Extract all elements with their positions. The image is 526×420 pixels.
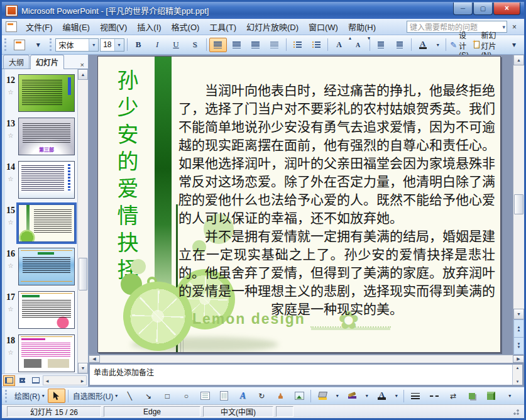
design-button[interactable]: ✎ 设计(S) — [448, 38, 470, 52]
slide-thumbnail-12[interactable]: 12☆ — [3, 74, 75, 112]
align-left-button[interactable] — [209, 38, 227, 52]
scroll-left-icon[interactable]: ◀ — [89, 355, 100, 363]
insert-picture-button[interactable] — [290, 389, 308, 403]
scroll-down-icon[interactable]: ▼ — [78, 363, 88, 373]
thumbnail-preview[interactable]: 第三部 — [18, 118, 75, 155]
animation-star-icon[interactable]: ☆ — [8, 89, 14, 96]
shadow-style-button[interactable] — [463, 389, 481, 403]
new-file-button[interactable] — [11, 38, 28, 52]
language-indicator[interactable]: 中文(中国) — [203, 406, 273, 417]
font-color-button-2[interactable]: A — [373, 389, 390, 403]
menu-tools[interactable]: 工具(T) — [204, 19, 241, 35]
animation-star-icon[interactable]: ☆ — [8, 349, 14, 356]
arrow-style-button[interactable]: ⇄ — [444, 389, 462, 403]
fill-color-button[interactable] — [314, 389, 331, 403]
menubar-close-icon[interactable]: × — [507, 21, 522, 33]
tab-outline[interactable]: 大纲 — [3, 55, 30, 69]
notes-pane[interactable]: 单击此处添加备注 ▲ ▼ — [89, 364, 523, 385]
decrease-indent-button[interactable] — [372, 38, 390, 52]
toolbar-grip[interactable] — [4, 38, 8, 51]
select-objects-button[interactable] — [48, 389, 65, 403]
clipart-button[interactable] — [271, 389, 289, 403]
slide-thumbnail-17[interactable]: 17☆ — [3, 291, 75, 329]
slideshow-view-button[interactable] — [30, 375, 41, 386]
decrease-font-button[interactable]: A▾ — [349, 38, 367, 52]
thumbnail-preview[interactable] — [18, 334, 75, 372]
scroll-right-icon[interactable]: ▶ — [79, 379, 86, 383]
textbox-tool-button[interactable] — [196, 389, 214, 403]
toolbar-options-button[interactable]: ▾ — [501, 389, 518, 403]
font-size-select[interactable]: 18 ▾ — [100, 38, 124, 52]
menu-edit[interactable]: 编辑(E) — [58, 19, 95, 35]
sidebar-close-icon[interactable]: × — [78, 61, 87, 69]
scroll-up-icon[interactable]: ▲ — [78, 69, 88, 80]
3d-style-button[interactable] — [482, 389, 500, 403]
align-center-button[interactable] — [228, 38, 246, 52]
menu-slideshow[interactable]: 幻灯片放映(D) — [241, 19, 304, 35]
slide-thumbnail-18[interactable]: 18☆ — [3, 334, 75, 372]
sidebar-hscrollbar[interactable]: ◀ ▶ — [43, 375, 87, 385]
animation-star-icon[interactable]: ☆ — [8, 132, 14, 139]
font-color-button[interactable]: A — [414, 38, 432, 52]
line-color-button[interactable] — [343, 389, 361, 403]
toolbar-grip[interactable] — [50, 38, 53, 51]
minimize-button[interactable]: ─ — [453, 3, 473, 15]
text-shadow-button[interactable]: S — [186, 38, 204, 52]
thumbnail-preview[interactable] — [18, 74, 75, 112]
font-color-dropdown-2[interactable]: ▾ — [392, 389, 401, 403]
line-style-button[interactable] — [407, 389, 424, 403]
slide-sorter-view-button[interactable] — [16, 375, 28, 386]
slide-vscrollbar[interactable]: ▲ ▼ ▲ ▲ ▼ ▼ — [513, 55, 524, 355]
menu-help[interactable]: 帮助(H) — [343, 19, 381, 35]
insert-diagram-button[interactable]: ↻ — [253, 389, 270, 403]
thumbnail-preview[interactable] — [18, 161, 75, 199]
bullets-button[interactable] — [307, 38, 325, 52]
rectangle-tool-button[interactable]: □ — [158, 389, 176, 403]
sidebar-scrollbar[interactable]: ▲ ▼ — [77, 69, 88, 373]
scrollbar-thumb[interactable] — [514, 194, 523, 214]
menu-window[interactable]: 窗口(W) — [304, 19, 343, 35]
increase-font-button[interactable]: A▴ — [331, 38, 348, 52]
chevron-down-icon[interactable]: ▾ — [502, 24, 505, 30]
resize-grip[interactable] — [513, 409, 519, 415]
animation-star-icon[interactable]: ☆ — [8, 175, 14, 182]
underline-button[interactable]: U — [167, 38, 185, 52]
next-slide-button[interactable]: ▼ ▼ — [513, 337, 524, 355]
close-button[interactable]: × — [493, 3, 520, 15]
slide-thumbnail-16[interactable]: 16☆ — [3, 248, 75, 285]
fill-color-dropdown[interactable]: ▾ — [332, 389, 342, 403]
scroll-up-icon[interactable]: ▲ — [513, 55, 524, 65]
numbering-button[interactable] — [288, 38, 306, 52]
line-tool-button[interactable]: ╲ — [121, 389, 138, 403]
scroll-right-icon[interactable]: ▶ — [513, 355, 524, 363]
scroll-down-icon[interactable]: ▼ — [516, 380, 520, 384]
toolbar-grip[interactable] — [5, 390, 10, 402]
draw-menu-button[interactable]: 绘图(R) ▾ — [13, 389, 47, 403]
animation-star-icon[interactable]: ☆ — [8, 306, 14, 312]
line-color-dropdown[interactable]: ▾ — [362, 389, 371, 403]
align-right-button[interactable] — [247, 38, 265, 52]
font-color-dropdown[interactable]: ▾ — [433, 38, 443, 52]
thumbnail-preview[interactable] — [18, 248, 75, 285]
scroll-left-icon[interactable]: ◀ — [43, 379, 51, 383]
slide-hscrollbar[interactable]: ◀ ▶ — [89, 355, 524, 363]
slide-thumbnail-15-selected[interactable]: 15☆ — [3, 204, 75, 242]
normal-view-button[interactable] — [3, 375, 15, 386]
design-theme-indicator[interactable]: Edge — [104, 406, 200, 417]
menu-file[interactable]: 文件(F) — [21, 19, 58, 35]
slide-thumbnail-14[interactable]: 14☆ — [3, 161, 75, 199]
font-name-select[interactable]: 宋体 ▾ — [55, 38, 99, 52]
scrollbar-thumb[interactable] — [79, 258, 87, 290]
scroll-down-icon[interactable]: ▼ — [513, 309, 524, 319]
dash-style-button[interactable] — [425, 389, 443, 403]
toolbar-options-button[interactable]: ▾ — [30, 38, 47, 52]
menu-format[interactable]: 格式(O) — [167, 19, 205, 35]
previous-slide-button[interactable]: ▲ ▲ — [513, 319, 524, 338]
animation-star-icon[interactable]: ☆ — [8, 262, 14, 269]
tab-slides[interactable]: 幻灯片 — [30, 55, 64, 69]
increase-indent-button[interactable] — [391, 38, 408, 52]
menu-insert[interactable]: 插入(I) — [132, 19, 166, 35]
oval-tool-button[interactable]: ○ — [177, 389, 195, 403]
bold-button[interactable]: B — [129, 38, 147, 52]
autoshapes-button[interactable]: 自选图形(U) ▾ — [71, 389, 120, 403]
